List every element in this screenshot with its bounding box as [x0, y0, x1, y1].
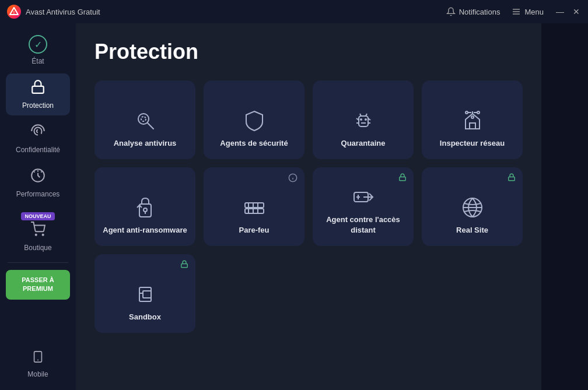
card-label-acces-distant: Agent contre l'accès distant	[320, 215, 407, 236]
svg-text:!: !	[13, 10, 15, 15]
lock-badge-icon-realsite	[508, 173, 516, 183]
svg-rect-47	[509, 177, 515, 180]
svg-point-22	[365, 119, 366, 120]
firewall-icon	[243, 196, 266, 219]
card-acces-distant[interactable]: Agent contre l'accès distant	[313, 167, 414, 246]
sidebar-item-performances[interactable]: Performances	[6, 162, 70, 204]
svg-rect-42	[400, 177, 406, 180]
svg-rect-38	[245, 209, 264, 213]
card-sandbox[interactable]: Sandbox	[94, 254, 195, 333]
sidebar-item-boutique[interactable]: NOUVEAU Boutique	[6, 206, 70, 258]
card-label-realsite: Real Site	[456, 225, 488, 236]
sidebar-label-mobile: Mobile	[27, 370, 48, 378]
mobile-icon	[32, 350, 44, 367]
card-label-inspecteur: Inspecteur réseau	[440, 138, 505, 149]
card-label-agents: Agents de sécurité	[220, 138, 288, 149]
lock-badge-icon-remote	[398, 173, 407, 183]
remote-icon	[352, 185, 375, 209]
svg-rect-14	[359, 116, 368, 127]
svg-rect-24	[470, 123, 475, 129]
sidebar-item-etat[interactable]: ✓ État	[6, 29, 70, 71]
card-label-quarantaine: Quarantaine	[341, 138, 386, 149]
main-layout: ✓ État Protection	[0, 23, 588, 390]
right-panel	[541, 23, 588, 390]
card-agents-securite[interactable]: Agents de sécurité	[204, 80, 304, 159]
card-label-pare-feu: Pare-feu	[239, 225, 269, 236]
svg-rect-52	[143, 291, 151, 298]
nouveau-badge: NOUVEAU	[21, 212, 54, 220]
svg-rect-5	[32, 86, 44, 93]
card-label-ransomware: Agent anti-ransomware	[103, 225, 187, 236]
card-label-sandbox: Sandbox	[129, 312, 161, 322]
svg-rect-51	[139, 287, 151, 301]
page-title: Protection	[94, 40, 523, 64]
card-label-analyse: Analyse antivirus	[114, 138, 177, 149]
avast-logo-icon: !	[7, 5, 21, 19]
svg-point-7	[36, 234, 37, 236]
gauge-icon	[30, 168, 46, 187]
svg-rect-9	[34, 352, 42, 362]
content-area: Protection Analyse antivirus Agents de s…	[76, 23, 541, 390]
sidebar-item-mobile[interactable]: Mobile	[6, 345, 70, 384]
close-button[interactable]: ✕	[572, 7, 581, 16]
svg-point-32	[144, 208, 147, 212]
sidebar-label-etat: État	[32, 57, 44, 65]
sidebar-divider	[8, 262, 68, 263]
check-icon: ✓	[29, 35, 47, 54]
ransomware-icon	[134, 196, 157, 219]
sidebar-label-confidentialite: Confidentialité	[16, 146, 60, 154]
svg-point-13	[141, 117, 146, 121]
card-analyse-antivirus[interactable]: Analyse antivirus	[94, 80, 195, 159]
svg-point-28	[477, 111, 480, 114]
titlebar: ! Avast Antivirus Gratuit Notifications …	[0, 0, 588, 23]
card-inspecteur-reseau[interactable]: Inspecteur réseau	[422, 80, 523, 159]
house-network-icon	[461, 109, 484, 132]
globe-icon	[461, 196, 484, 219]
notifications-button[interactable]: Notifications	[446, 7, 501, 16]
sandbox-icon	[134, 283, 157, 306]
sidebar-label-protection: Protection	[22, 101, 54, 110]
card-ransomware[interactable]: Agent anti-ransomware	[94, 167, 195, 246]
card-pare-feu[interactable]: Pare-feu	[204, 167, 304, 246]
sidebar: ✓ État Protection	[0, 23, 76, 390]
shield-icon	[243, 109, 266, 132]
card-realsite[interactable]: Real Site	[422, 167, 523, 246]
fingerprint-icon	[30, 124, 46, 142]
window-controls: — ✕	[555, 7, 581, 16]
info-icon	[288, 173, 298, 184]
svg-rect-31	[139, 204, 151, 217]
bug-icon	[352, 109, 375, 132]
premium-button[interactable]: PASSER À PREMIUM	[6, 270, 70, 300]
sidebar-label-boutique: Boutique	[24, 244, 51, 252]
sidebar-item-confidentialite[interactable]: Confidentialité	[6, 118, 70, 160]
card-quarantaine[interactable]: Quarantaine	[313, 80, 414, 159]
sidebar-item-protection[interactable]: Protection	[6, 73, 70, 115]
cards-grid: Analyse antivirus Agents de sécurité	[94, 80, 523, 333]
svg-line-12	[148, 123, 153, 129]
bell-icon	[446, 7, 456, 16]
menu-button[interactable]: Menu	[512, 7, 544, 16]
search-icon	[134, 109, 157, 132]
menu-icon	[512, 7, 521, 16]
svg-rect-37	[245, 203, 264, 208]
svg-point-25	[471, 116, 474, 118]
titlebar-left: ! Avast Antivirus Gratuit	[7, 5, 100, 19]
svg-point-21	[360, 119, 362, 120]
titlebar-right: Notifications Menu — ✕	[446, 7, 581, 16]
svg-point-8	[43, 234, 44, 236]
minimize-button[interactable]: —	[555, 7, 565, 16]
app-title: Avast Antivirus Gratuit	[26, 8, 100, 16]
svg-point-27	[466, 111, 468, 114]
sidebar-label-performances: Performances	[16, 190, 60, 198]
lock-badge-icon-sandbox	[180, 260, 188, 270]
svg-rect-50	[181, 263, 188, 267]
cart-icon	[30, 222, 46, 240]
lock-icon	[30, 79, 46, 98]
